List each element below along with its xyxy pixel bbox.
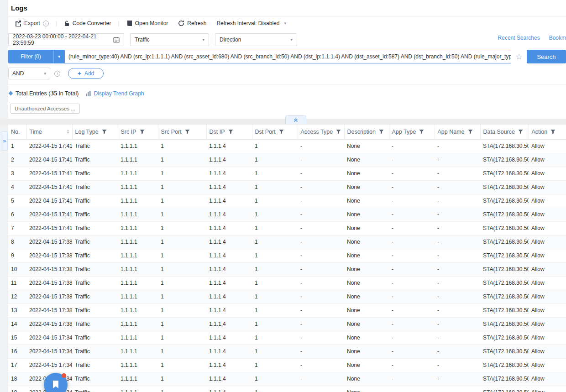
toolbar-divider: | (55, 20, 58, 26)
collapse-panel-handle[interactable] (285, 115, 306, 124)
cell-data-source: STA(172.168.30.50) (480, 180, 529, 194)
filter-funnel-icon[interactable] (102, 129, 107, 134)
cell-src-ip: 1.1.1.1 (118, 249, 158, 262)
cell-log-type: Traffic (72, 153, 118, 167)
cell-action: Allow (529, 221, 566, 235)
cell-app-name: - (435, 317, 480, 331)
table-header-row: No.TimeLog TypeSrc IPSrc PortDst IPDst P… (8, 125, 566, 139)
column-label: Dst Port (255, 129, 276, 135)
cell-app-name: - (435, 345, 480, 358)
diamond-bullet-icon (9, 91, 13, 96)
table-row[interactable]: 42022-04-15 17:41:53Traffic1.1.1.111.1.1… (8, 180, 566, 194)
cell-description: None (344, 276, 389, 290)
column-header-app-type: App Type (389, 125, 435, 139)
sort-icon[interactable] (67, 130, 69, 134)
table-row[interactable]: 192022-04-15 17:34:43Traffic1.1.1.111.1.… (8, 386, 566, 392)
cell-description: None (344, 249, 389, 262)
cell-dst-ip: 1.1.1.4 (206, 194, 252, 208)
direction-select[interactable]: Direction ▾ (215, 33, 297, 46)
table-row[interactable]: 12022-04-15 17:41:53Traffic1.1.1.111.1.1… (8, 139, 566, 153)
table-row[interactable]: 102022-04-15 17:38:03Traffic1.1.1.111.1.… (8, 262, 566, 276)
table-row[interactable]: 22022-04-15 17:41:53Traffic1.1.1.111.1.1… (8, 153, 566, 167)
table-row[interactable]: 172022-04-15 17:34:43Traffic1.1.1.111.1.… (8, 358, 566, 372)
cell-no: 12 (8, 290, 26, 303)
cell-no: 4 (8, 180, 26, 194)
filter-funnel-icon[interactable] (419, 129, 424, 134)
table-row[interactable]: 72022-04-15 17:41:53Traffic1.1.1.111.1.1… (8, 221, 566, 235)
cell-app-name: - (435, 386, 480, 392)
expand-sidebar-handle[interactable]: » (1, 131, 8, 151)
code-converter-button[interactable]: Code Converter (60, 19, 115, 28)
cell-description: None (344, 167, 389, 180)
cell-access-type: - (298, 276, 344, 290)
filter-funnel-icon[interactable] (279, 129, 284, 134)
column-header-data-source: Data Source (480, 125, 529, 139)
cell-app-type: - (389, 317, 435, 331)
open-monitor-button[interactable]: Open Monitor (122, 19, 173, 28)
table-row[interactable]: 62022-04-15 17:41:53Traffic1.1.1.111.1.1… (8, 208, 566, 221)
cell-app-name: - (435, 249, 480, 262)
cell-data-source: STA(172.168.30.50) (480, 194, 529, 208)
cell-app-type: - (389, 194, 435, 208)
display-trend-graph-link[interactable]: Display Trend Graph (85, 90, 144, 97)
refresh-interval-dropdown[interactable]: Refresh Interval: Disabled ▾ (212, 19, 290, 28)
operator-info-icon[interactable]: i (54, 71, 60, 77)
filter-funnel-icon[interactable] (550, 129, 556, 134)
table-row[interactable]: 32022-04-15 17:41:53Traffic1.1.1.111.1.1… (8, 167, 566, 180)
filter-query-input[interactable]: (rule_minor_type:40) AND (src_ip:1.1.1.1… (64, 50, 511, 63)
cell-access-type: - (298, 358, 344, 372)
export-info-icon[interactable]: i (43, 21, 49, 26)
filter-dropdown-button[interactable]: Filter (0) ▾ (8, 50, 64, 63)
filter-funnel-icon[interactable] (140, 129, 145, 134)
bookmarks-link[interactable]: Bookm (549, 35, 566, 41)
table-row[interactable]: 132022-04-15 17:38:03Traffic1.1.1.111.1.… (8, 303, 566, 317)
filter-funnel-icon[interactable] (379, 129, 384, 134)
cell-time: 2022-04-15 17:41:53 (26, 167, 72, 180)
cell-no: 17 (8, 358, 26, 372)
table-row[interactable]: 152022-04-15 17:34:43Traffic1.1.1.111.1.… (8, 331, 566, 345)
cell-data-source: STA(172.168.30.50) (480, 208, 529, 221)
table-gap-band (0, 119, 566, 125)
table-row[interactable]: 82022-04-15 17:38:03Traffic1.1.1.111.1.1… (8, 235, 566, 249)
cell-access-type: - (298, 249, 344, 262)
log-type-select[interactable]: Traffic ▾ (130, 33, 209, 46)
cell-action: Allow (529, 262, 566, 276)
add-condition-button[interactable]: + Add (68, 68, 104, 79)
filter-funnel-icon[interactable] (468, 129, 473, 134)
cell-app-type: - (389, 345, 435, 358)
table-row[interactable]: 52022-04-15 17:41:53Traffic1.1.1.111.1.1… (8, 194, 566, 208)
cell-dst-ip: 1.1.1.4 (206, 372, 252, 386)
cell-no: 1 (8, 139, 26, 153)
collapsed-side-strip (0, 0, 8, 392)
filter-funnel-icon[interactable] (228, 129, 233, 134)
cell-src-port: 1 (158, 167, 206, 180)
export-button[interactable]: Export i (11, 19, 53, 28)
filter-funnel-icon[interactable] (518, 129, 523, 134)
cell-dst-ip: 1.1.1.4 (206, 153, 252, 167)
table-row[interactable]: 92022-04-15 17:38:03Traffic1.1.1.111.1.1… (8, 249, 566, 262)
cell-src-port: 1 (158, 235, 206, 249)
cell-src-ip: 1.1.1.1 (118, 276, 158, 290)
floating-bookmark-button[interactable] (44, 373, 68, 392)
unlock-icon (64, 20, 70, 26)
table-row[interactable]: 122022-04-15 17:38:03Traffic1.1.1.111.1.… (8, 290, 566, 303)
page-title: Logs (8, 0, 566, 16)
filter-funnel-icon[interactable] (185, 129, 190, 134)
cell-src-ip: 1.1.1.1 (118, 303, 158, 317)
recent-searches-link[interactable]: Recent Searches (498, 35, 540, 41)
search-button[interactable]: Search (527, 50, 566, 63)
unauthorized-accesses-tag[interactable]: Unauthorized Accesses ... (10, 104, 80, 114)
table-row[interactable]: 112022-04-15 17:38:03Traffic1.1.1.111.1.… (8, 276, 566, 290)
operator-select[interactable]: AND ▾ (8, 68, 50, 79)
table-row[interactable]: 182022-04-15 17:34:43Traffic1.1.1.111.1.… (8, 372, 566, 386)
cell-data-source: STA(172.168.30.50) (480, 249, 529, 262)
cell-description: None (344, 262, 389, 276)
cell-src-ip: 1.1.1.1 (118, 317, 158, 331)
cell-description: None (344, 153, 389, 167)
table-row[interactable]: 142022-04-15 17:38:03Traffic1.1.1.111.1.… (8, 317, 566, 331)
table-row[interactable]: 162022-04-15 17:34:43Traffic1.1.1.111.1.… (8, 345, 566, 358)
favorite-star-icon[interactable]: ☆ (511, 52, 527, 62)
date-range-input[interactable]: 2022-03-23 00:00:00 - 2022-04-21 23:59:5… (8, 33, 124, 46)
refresh-button[interactable]: Refresh (174, 19, 210, 28)
filter-funnel-icon[interactable] (336, 129, 341, 134)
